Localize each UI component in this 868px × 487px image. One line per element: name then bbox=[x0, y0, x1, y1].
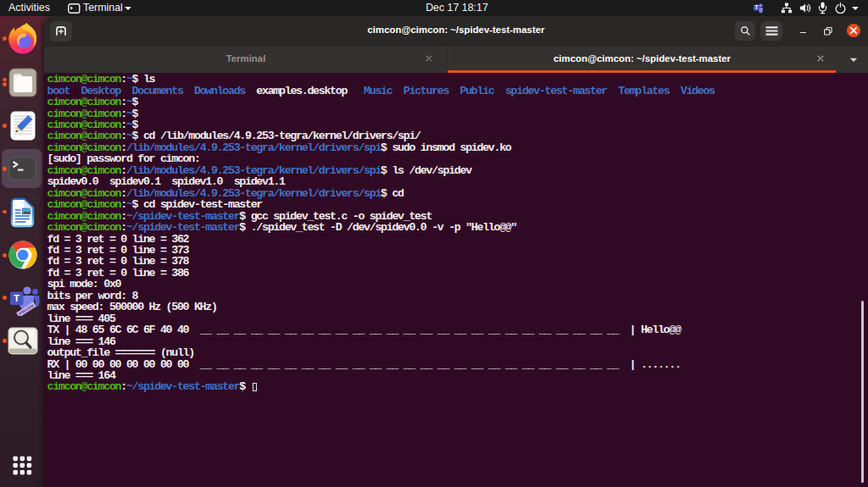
svg-text:T: T bbox=[755, 4, 759, 10]
svg-text:T: T bbox=[14, 293, 19, 303]
